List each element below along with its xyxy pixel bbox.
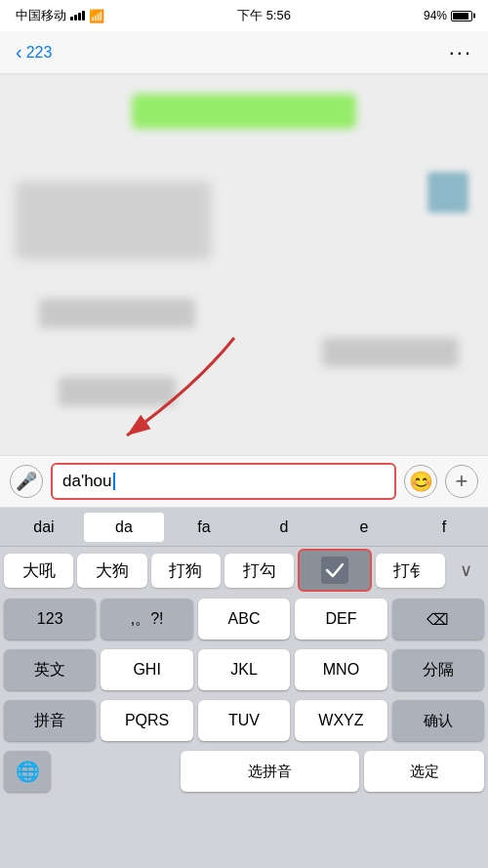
voice-icon: 🎤 xyxy=(16,471,37,492)
status-bar: 中国移动 📶 下午 5:56 94% xyxy=(0,0,488,31)
candidate-dagou2[interactable]: 打狗 xyxy=(151,554,221,588)
nav-bar: ‹ 223 ··· xyxy=(0,31,488,74)
key-row-3: 拼音 PQRS TUV WXYZ 确认 xyxy=(0,695,488,746)
message-bubble-sent xyxy=(132,94,356,129)
text-input[interactable]: da'hou xyxy=(51,463,396,500)
key-abc[interactable]: ABC xyxy=(198,599,290,640)
globe-key[interactable]: 🌐 xyxy=(4,751,51,792)
globe-icon: 🌐 xyxy=(16,760,40,783)
suggestion-bar: dai da fa d e f xyxy=(0,508,488,547)
checkmark-svg xyxy=(325,562,345,578)
key-punct[interactable]: ,。?! xyxy=(101,599,192,640)
key-mno[interactable]: MNO xyxy=(295,649,386,690)
select-pinyin-label: 选拼音 xyxy=(248,763,292,781)
select-pinyin-key[interactable]: 选拼音 xyxy=(181,751,360,792)
blur-text-2 xyxy=(322,338,459,367)
signal-icon xyxy=(70,11,85,21)
status-right: 94% xyxy=(424,9,472,22)
select-label: 选定 xyxy=(410,763,439,781)
back-button[interactable]: ‹ 223 xyxy=(16,41,52,63)
emoji-button[interactable]: 😊 xyxy=(404,465,437,498)
plus-icon: + xyxy=(456,469,468,494)
candidate-dahuo[interactable]: 大吼 xyxy=(4,554,73,588)
candidate-dagou3[interactable]: 打勾 xyxy=(224,554,294,588)
contact-count: 223 xyxy=(26,44,53,62)
key-delete[interactable]: ⌫ xyxy=(392,599,484,640)
key-row-bottom: 🌐 选拼音 选定 xyxy=(0,746,488,797)
emoji-icon: 😊 xyxy=(409,470,433,493)
candidate-check[interactable] xyxy=(298,549,371,592)
suggestion-d[interactable]: d xyxy=(244,513,324,542)
key-pinyin[interactable]: 拼音 xyxy=(4,700,96,741)
more-button[interactable]: ··· xyxy=(449,40,472,65)
status-left: 中国移动 📶 xyxy=(16,7,104,24)
chat-area xyxy=(0,74,488,455)
input-text-value: da'hou xyxy=(62,472,112,491)
battery-icon xyxy=(451,11,472,21)
select-key[interactable]: 选定 xyxy=(364,751,484,792)
key-def[interactable]: DEF xyxy=(295,599,386,640)
candidate-dading[interactable]: 打钅 xyxy=(376,554,445,588)
suggestion-dai[interactable]: dai xyxy=(4,513,84,542)
key-english[interactable]: 英文 xyxy=(4,649,96,690)
key-confirm[interactable]: 确认 xyxy=(392,700,484,741)
key-wxyz[interactable]: WXYZ xyxy=(295,700,386,741)
key-row-1: 123 ,。?! ABC DEF ⌫ xyxy=(0,594,488,644)
key-123[interactable]: 123 xyxy=(4,599,96,640)
status-time: 下午 5:56 xyxy=(237,7,291,24)
voice-button[interactable]: 🎤 xyxy=(10,465,43,498)
wifi-icon: 📶 xyxy=(89,9,104,23)
expand-candidates-button[interactable]: ∨ xyxy=(449,559,484,581)
avatar-right xyxy=(427,172,468,213)
suggestion-e[interactable]: e xyxy=(324,513,404,542)
message-bubble-received xyxy=(16,182,211,260)
suggestion-da[interactable]: da xyxy=(84,513,164,542)
key-ghi[interactable]: GHI xyxy=(101,649,192,690)
suggestion-f[interactable]: f xyxy=(404,513,484,542)
cursor xyxy=(113,473,115,490)
arrow-indicator xyxy=(78,328,273,455)
key-tuv[interactable]: TUV xyxy=(198,700,290,741)
keyboard: dai da fa d e f 大吼 大狗 打狗 打勾 打钅 ∨ 123 ,。?… xyxy=(0,508,488,868)
key-pqrs[interactable]: PQRS xyxy=(101,700,192,741)
suggestion-fa[interactable]: fa xyxy=(164,513,244,542)
candidate-row: 大吼 大狗 打狗 打勾 打钅 ∨ xyxy=(0,547,488,594)
key-row-2: 英文 GHI JKL MNO 分隔 xyxy=(0,644,488,695)
back-arrow-icon: ‹ xyxy=(16,41,22,63)
check-mark-icon xyxy=(321,557,348,584)
battery-percent: 94% xyxy=(424,9,447,22)
blur-text-1 xyxy=(39,299,195,328)
key-separator[interactable]: 分隔 xyxy=(392,649,484,690)
plus-button[interactable]: + xyxy=(445,465,478,498)
carrier-label: 中国移动 xyxy=(16,7,66,24)
input-bar: 🎤 da'hou 😊 + xyxy=(0,455,488,508)
candidate-dagou[interactable]: 大狗 xyxy=(77,554,146,588)
key-jkl[interactable]: JKL xyxy=(198,649,290,690)
